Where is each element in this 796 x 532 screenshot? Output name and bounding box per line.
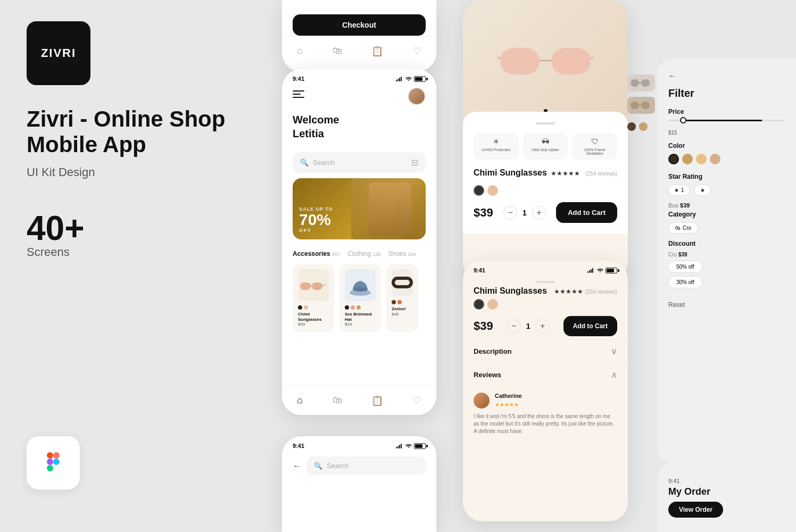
- main-nav-bag-icon[interactable]: 🛍: [333, 395, 342, 406]
- nav-receipt-icon[interactable]: 📋: [371, 45, 383, 57]
- reviewer-stars: ★★★★★: [495, 402, 519, 408]
- detail2-product-name: Chimi Sunglasses: [474, 286, 547, 296]
- search-bar[interactable]: 🔍 Search ⊟: [293, 152, 426, 173]
- add-to-cart-button[interactable]: Add to Cart: [556, 202, 617, 223]
- uv400-icon: ☀: [493, 137, 500, 146]
- description-label: Description: [474, 347, 512, 355]
- product-price-2: $34: [345, 322, 376, 327]
- filter-back-arrow-icon[interactable]: ←: [668, 71, 677, 80]
- color-beige-chip-2[interactable]: [487, 299, 498, 310]
- swatch-thumb-2[interactable]: [627, 97, 655, 114]
- bottom-search-bar[interactable]: 🔍 Search: [306, 456, 426, 475]
- swatch-thumb-1[interactable]: [627, 74, 655, 92]
- banner-text: SALE UP TO 70% OFF: [299, 206, 333, 233]
- review-section: Catherine ★★★★★ I like it and i'm 5'5 an…: [463, 386, 628, 442]
- stars-row: ★★★★★ (254 reviews): [551, 168, 617, 178]
- my-order-status-time: 9:41: [668, 478, 785, 484]
- price-qty-row-2: $39 − 1 + Add to Cart: [463, 313, 628, 339]
- star-badge-1-icon: ★: [674, 187, 679, 193]
- filter-icon[interactable]: ⊟: [411, 157, 418, 168]
- filter-title: Filter: [668, 87, 785, 99]
- qty-decrease-btn-2[interactable]: −: [507, 319, 521, 333]
- product-name-row-2: Chimi Sunglasses ★★★★★ (254 reviews): [463, 286, 628, 296]
- star-rating: ★★★★★: [551, 170, 580, 177]
- checkout-button[interactable]: Checkout: [293, 14, 426, 36]
- product-card-hat[interactable]: Sez Brimmed Hat $34: [339, 264, 381, 332]
- filter-panel: ← Filter Price $15 Color Star Rating ★ 1…: [658, 59, 796, 463]
- wifi-icon-2: [597, 268, 603, 273]
- swatch-beige-dot[interactable]: [639, 122, 648, 131]
- category-accessories[interactable]: Accessories 457: [293, 250, 340, 257]
- price-qty-row: $39 − 1 + Add to Cart: [474, 202, 617, 223]
- qty-decrease-btn[interactable]: −: [503, 206, 517, 220]
- svg-rect-3: [47, 465, 53, 471]
- view-order-button[interactable]: View Order: [668, 502, 723, 518]
- nav-bag-icon[interactable]: 🛍: [333, 45, 342, 56]
- qty-control-2: − 1 +: [507, 319, 550, 333]
- battery-icon-bottom: [414, 443, 426, 449]
- reviewer-info: Catherine ★★★★★: [495, 393, 522, 409]
- product-colors-3: [392, 300, 413, 304]
- header-row: [282, 84, 436, 109]
- main-nav-heart-icon[interactable]: ♡: [413, 395, 421, 406]
- product-card-sunglasses[interactable]: Chimi Sunglasses $39: [293, 264, 334, 332]
- color-filter-dark[interactable]: [668, 154, 679, 164]
- status-icons: [396, 76, 426, 82]
- nav-home-icon[interactable]: ⌂: [297, 45, 303, 56]
- add-to-cart-button-2[interactable]: Add to Cart: [563, 316, 617, 336]
- main-nav-home-icon[interactable]: ⌂: [297, 395, 303, 406]
- discount-50[interactable]: 50% off: [668, 261, 702, 273]
- signal-icon: [396, 76, 403, 81]
- swatch-brown-dot[interactable]: [627, 122, 636, 131]
- color-dark-chip-2[interactable]: [474, 299, 484, 310]
- description-accordion[interactable]: Description ∨: [463, 339, 628, 363]
- status-time: 9:41: [293, 76, 304, 82]
- swatch-column-right: [627, 74, 655, 131]
- color-filter-gold[interactable]: [682, 154, 693, 164]
- slider-thumb[interactable]: [680, 117, 686, 123]
- product-detail-image: [463, 0, 628, 122]
- welcome-line2: Letitia: [293, 127, 426, 140]
- back-arrow-icon[interactable]: ←: [293, 461, 301, 471]
- qty-increase-btn[interactable]: +: [532, 206, 546, 220]
- star-rating-section-title: Star Rating: [668, 173, 785, 180]
- star-badge-1[interactable]: ★ 1: [668, 185, 690, 196]
- phone-bottom-partial: 9:41 ← 🔍 Search: [282, 436, 436, 532]
- star-badge-all[interactable]: ★: [694, 185, 711, 196]
- banner-off: OFF: [299, 228, 333, 233]
- svg-rect-30: [592, 268, 593, 273]
- price-slider[interactable]: [668, 120, 785, 121]
- color-dark-chip[interactable]: [474, 185, 484, 196]
- color-beige-chip[interactable]: [487, 185, 498, 196]
- avatar[interactable]: [408, 87, 426, 105]
- categories-row: Accessories 457 Clothing 128 Shoes 246: [282, 245, 436, 261]
- screen-label: Screens: [27, 245, 255, 259]
- main-nav-receipt-icon[interactable]: 📋: [371, 395, 383, 406]
- category-clothing[interactable]: Clothing 128: [347, 250, 380, 257]
- hat-image: [345, 269, 376, 301]
- discount-30[interactable]: 30% off: [668, 276, 702, 288]
- color-dot-dark: [298, 305, 302, 310]
- banner-percent: 70%: [299, 212, 333, 228]
- product-card-bracelet[interactable]: Zestos' $46: [386, 264, 418, 332]
- my-order-panel: 9:41 My Order View Order: [658, 463, 796, 532]
- hamburger-menu[interactable]: [293, 90, 304, 98]
- phone-top-partial: Checkout ⌂ 🛍 📋 ♡: [282, 0, 436, 72]
- nav-heart-icon[interactable]: ♡: [413, 45, 421, 57]
- bottom-search-placeholder: Search: [327, 462, 349, 470]
- reviews-accordion[interactable]: Reviews ∧: [463, 363, 628, 386]
- product-name-3: Zestos': [392, 306, 413, 312]
- cat-tag-cro[interactable]: 🛍 Cro: [668, 222, 698, 234]
- hat-mini-icon: [349, 273, 372, 297]
- color-section-title: Color: [668, 142, 785, 149]
- badge-frame: 🛡 100% Frame Ventilation: [572, 133, 617, 160]
- color-filter-light[interactable]: [696, 154, 707, 164]
- reset-button[interactable]: Reset: [668, 301, 685, 309]
- frame-icon: 🛡: [591, 137, 599, 146]
- grip-icon: 🕶: [542, 137, 549, 146]
- wifi-icon-bottom: [405, 443, 412, 448]
- category-shoes[interactable]: Shoes 246: [388, 250, 416, 257]
- svg-rect-24: [631, 102, 639, 109]
- qty-increase-btn-2[interactable]: +: [536, 319, 550, 333]
- color-filter-beige[interactable]: [710, 154, 720, 164]
